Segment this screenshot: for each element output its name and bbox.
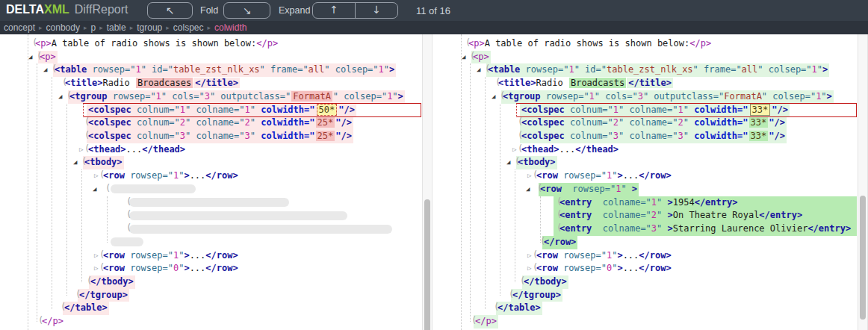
fold-handle-icon[interactable]: ( [494,301,499,314]
fold-label: Fold [200,5,218,16]
next-diff-button[interactable]: ↓ [356,3,397,18]
scrollbar-thumb[interactable] [424,199,430,330]
fold-handle-icon[interactable]: ( [533,249,538,262]
code-token: > [617,170,622,181]
code-token: 1 [379,64,384,75]
breadcrumb-item[interactable]: conbody [46,22,80,33]
code-line: ( [0,209,433,222]
tree-expanded-arrow-icon[interactable]: ◢ [93,183,96,196]
fold-handle-icon[interactable]: ( [37,50,42,63]
code-token: id=" [146,64,173,75]
fold-handle-icon[interactable]: ( [126,222,131,235]
breadcrumb-item[interactable]: p [90,22,96,33]
tree-collapsed-arrow-icon[interactable]: ▷ [94,262,98,275]
tree-expanded-arrow-icon[interactable]: ◢ [28,51,32,64]
code-line: (<p>A table of radio shows is shown belo… [433,37,868,51]
diff-changed-value: </title> [627,78,673,88]
tree-expanded-arrow-icon[interactable]: ◢ [73,156,77,169]
fold-handle-icon[interactable]: ( [537,182,542,196]
code-token: 1 [678,105,683,115]
fold-handle-icon[interactable]: ( [518,116,523,129]
fold-handle-icon[interactable]: ( [540,235,545,249]
code-token: rowsep=" [558,170,607,181]
fold-handle-icon[interactable]: ( [509,288,514,302]
fold-handle-icon[interactable]: ( [557,196,562,209]
diff-nav-group: ↑ ↓ [312,2,398,19]
fold-handle-icon[interactable]: ( [533,261,538,275]
tree-expanded-arrow-icon[interactable]: ◢ [477,63,480,77]
code-token: /> [774,131,784,141]
tree-expanded-arrow-icon[interactable]: ◢ [58,90,62,104]
fold-handle-icon[interactable]: ( [518,129,523,143]
fold-handle-icon[interactable]: ( [105,182,111,196]
fold-handle-icon[interactable]: ( [66,90,72,103]
tree-collapsed-arrow-icon[interactable]: ▷ [512,143,516,157]
code-line: (<colspec colnum="3" colname="3" colwidt… [0,130,433,143]
app-logo: DELTAXMLDiffReport [6,3,128,16]
code-line: ▷(<row rowsep="0">...</row> [0,262,433,275]
fold-handle-icon[interactable]: ( [500,90,505,103]
fold-handle-icon[interactable]: ( [99,249,105,262]
fold-handle-icon[interactable]: ( [471,314,477,328]
expand-button[interactable]: ↘ [223,2,270,19]
up-arrow-icon: ↑ [329,4,338,16]
fold-handle-icon[interactable]: ( [126,196,131,209]
code-token: </entry> [807,223,851,234]
tree-collapsed-arrow-icon[interactable]: ▷ [94,249,98,263]
fold-handle-icon[interactable]: ( [75,288,81,302]
fold-handle-icon[interactable]: ( [520,275,525,288]
code-token: 3 [678,131,683,141]
fold-handle-icon[interactable]: ( [470,50,475,63]
code-token: 3 [651,223,657,234]
fold-handle-icon[interactable]: ( [485,63,490,76]
breadcrumb-item[interactable]: colspec [173,22,204,33]
fold-handle-icon[interactable]: ( [84,116,90,129]
tree-collapsed-arrow-icon[interactable]: ▷ [79,143,83,157]
breadcrumb-item[interactable]: concept [4,22,35,33]
fold-handle-icon[interactable]: ( [557,208,562,222]
fold-handle-icon[interactable]: ( [87,275,92,288]
fold-handle-icon[interactable]: ( [533,169,538,182]
tree-collapsed-arrow-icon[interactable]: ▷ [94,169,98,183]
code-token: " [260,64,265,75]
tree-expanded-arrow-icon[interactable]: ◢ [462,51,465,64]
tree-collapsed-arrow-icon[interactable]: ▷ [527,169,531,183]
fold-handle-icon[interactable]: ( [81,155,87,169]
code-token: rowsep=" [558,263,607,273]
fold-handle-icon[interactable]: ( [495,76,500,90]
code-token: > [668,210,673,220]
fold-handle-icon[interactable]: ( [38,314,43,328]
redacted-content-bar [111,237,143,246]
fold-handle-icon[interactable]: ( [518,143,523,156]
fold-button[interactable]: ↖ [147,2,193,19]
fold-handle-icon[interactable]: ( [52,63,57,76]
fold-handle-icon[interactable]: ( [99,261,105,275]
tree-expanded-arrow-icon[interactable]: ◢ [526,183,530,196]
fold-handle-icon[interactable]: ( [84,143,90,156]
fold-handle-icon[interactable]: ( [465,37,471,50]
breadcrumb-item[interactable]: tgroup [137,22,162,33]
tree-expanded-arrow-icon[interactable]: ◢ [43,63,47,77]
fold-handle-icon[interactable]: ( [557,222,562,235]
fold-handle-icon[interactable]: ( [99,169,105,182]
tree-expanded-arrow-icon[interactable]: ◢ [506,156,510,169]
prev-diff-button[interactable]: ↑ [313,3,356,18]
tree-expanded-arrow-icon[interactable]: ◢ [492,90,495,104]
code-token: ... [190,250,206,261]
fold-handle-icon[interactable]: ( [32,37,37,50]
code-token: outputclass=" [215,91,291,102]
fold-handle-icon[interactable]: ( [515,155,520,169]
scrollbar-thumb[interactable] [860,196,866,320]
code-line: ◢(<p> [433,51,868,64]
code-line: (</table> [433,302,868,315]
fold-handle-icon[interactable]: ( [126,208,131,222]
code-token: colname=" [624,117,678,128]
tree-collapsed-arrow-icon[interactable]: ▷ [527,262,531,275]
code-line: ( [0,196,433,210]
breadcrumb-item[interactable]: table [107,22,126,33]
code-token: 1 [651,197,657,208]
fold-handle-icon[interactable]: ( [84,129,90,143]
fold-handle-icon[interactable]: ( [61,301,66,314]
fold-handle-icon[interactable]: ( [62,76,67,90]
tree-collapsed-arrow-icon[interactable]: ▷ [527,249,531,263]
